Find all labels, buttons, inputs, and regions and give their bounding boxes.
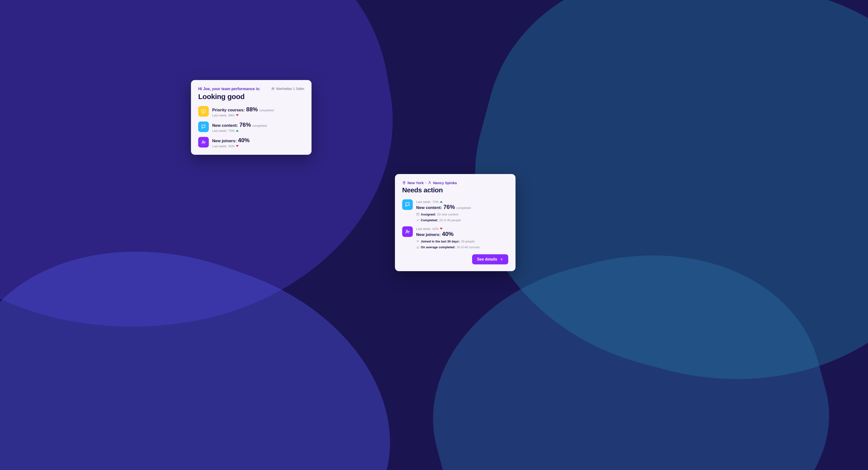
breadcrumb-separator: •: [425, 181, 426, 185]
metrics-list: Last week: 72% New content: 76% complete…: [402, 199, 508, 249]
chart-icon: [416, 245, 420, 249]
metric-suffix: completed: [457, 206, 471, 210]
last-week-label: Last week:: [416, 227, 431, 231]
metric-label: New content:: [416, 206, 442, 210]
see-details-button[interactable]: See details: [472, 254, 508, 264]
manager-name[interactable]: Nancy Spinka: [433, 181, 457, 185]
location-name[interactable]: New York: [407, 181, 424, 185]
team-performance-card: Hi Joe, your team performance is: Lookin…: [191, 80, 311, 155]
chevron-right-icon: [500, 257, 503, 261]
svg-point-7: [404, 182, 404, 183]
metric-label: New joiners:: [212, 138, 237, 144]
team-name: Manhattan 1 Sales: [276, 87, 304, 91]
detail-value: 20 people: [461, 240, 475, 243]
metrics-list: Priority courses: 88% completed Last wee…: [198, 106, 304, 148]
team-chip[interactable]: Manhattan 1 Sales: [271, 87, 304, 91]
metric-priority-courses: Priority courses: 88% completed Last wee…: [198, 106, 304, 117]
breadcrumb: New York • Nancy Spinka: [402, 181, 508, 185]
user-plus-small-icon: [416, 240, 420, 243]
last-week-label: Last week:: [212, 114, 227, 117]
group-icon: [271, 87, 275, 91]
calendar-icon: [416, 213, 420, 216]
detail-label: Completed:: [421, 218, 438, 222]
last-week-value: 42%: [432, 227, 439, 231]
metric-value: 88%: [246, 106, 258, 113]
user-icon: [428, 181, 432, 185]
svg-point-8: [429, 182, 430, 183]
metric-label: Priority courses:: [212, 108, 245, 113]
trend-down-icon: [440, 228, 443, 230]
last-week-label: Last week:: [416, 200, 431, 203]
metric-label: New content:: [212, 123, 238, 128]
detail-label: Joined in the last 30 days:: [421, 240, 460, 243]
last-week-label: Last week:: [212, 145, 227, 148]
metric-new-content: Last week: 72% New content: 76% complete…: [402, 199, 508, 222]
detail-label: Assigned:: [421, 213, 436, 216]
svg-rect-9: [416, 213, 419, 216]
trend-down-icon: [236, 114, 239, 116]
metric-value: 40%: [238, 137, 250, 144]
last-week-value: 89%: [228, 114, 235, 117]
needs-action-card: New York • Nancy Spinka Needs action Las…: [395, 174, 516, 271]
detail-value: 20 of 40 people: [439, 218, 461, 222]
greeting-text: Hi Joe, your team performance is:: [198, 87, 260, 91]
user-plus-icon: [402, 226, 413, 237]
status-title: Needs action: [402, 186, 508, 194]
detail-value: 20 new content: [437, 213, 458, 216]
flag-icon: [198, 122, 209, 132]
detail-value: 20 of 40 courses: [457, 245, 480, 249]
flag-icon: [402, 199, 413, 210]
trend-up-icon: [236, 130, 239, 132]
svg-point-3: [203, 112, 204, 112]
svg-point-0: [272, 88, 273, 89]
user-plus-icon: [198, 137, 209, 148]
location-pin-icon: [402, 181, 406, 185]
status-title: Looking good: [198, 93, 260, 101]
button-label: See details: [477, 257, 497, 261]
svg-point-4: [202, 141, 204, 142]
metric-value: 76%: [443, 203, 455, 211]
svg-point-1: [273, 88, 274, 89]
metric-value: 76%: [240, 122, 251, 128]
metric-new-content: New content: 76% completed Last week: 72…: [198, 122, 304, 132]
metric-new-joiners: New joiners: 40% Last week: 42%: [198, 137, 304, 148]
trend-up-icon: [440, 201, 443, 203]
metric-new-joiners: Last week: 42% New joiners: 40% Joined i…: [402, 226, 508, 249]
last-week-value: 72%: [228, 129, 235, 132]
last-week-value: 42%: [228, 145, 235, 148]
shield-alert-icon: [198, 106, 209, 117]
check-icon: [416, 218, 420, 222]
metric-value: 40%: [442, 231, 454, 238]
trend-down-icon: [236, 145, 239, 147]
svg-point-13: [406, 230, 408, 231]
last-week-value: 72%: [432, 200, 439, 203]
metric-suffix: completed: [252, 124, 267, 127]
metric-suffix: completed: [259, 108, 274, 112]
last-week-label: Last week:: [212, 129, 227, 132]
detail-label: On average completed:: [421, 245, 456, 249]
metric-label: New joiners:: [416, 232, 440, 237]
svg-point-16: [417, 241, 418, 242]
